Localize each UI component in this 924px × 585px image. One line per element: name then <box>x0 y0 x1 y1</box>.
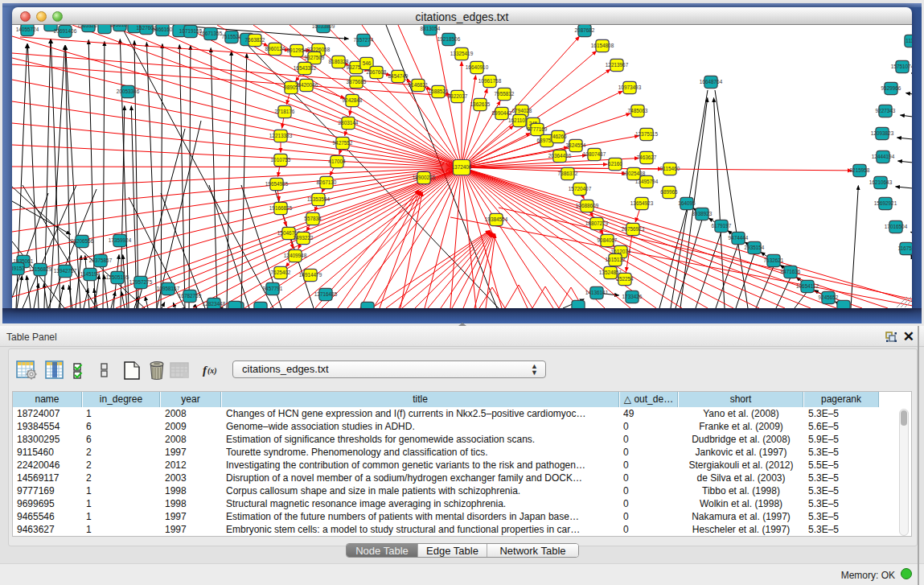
svg-text:7625402: 7625402 <box>271 270 291 275</box>
svg-text:8471636: 8471636 <box>781 269 801 274</box>
svg-text:8912954: 8912954 <box>287 47 307 53</box>
svg-text:9457791: 9457791 <box>263 286 283 291</box>
svg-text:2087682: 2087682 <box>575 27 595 33</box>
svg-text:9084067: 9084067 <box>598 237 618 243</box>
svg-text:12156829: 12156829 <box>29 266 52 272</box>
svg-text:417004: 417004 <box>328 159 346 164</box>
svg-text:12823448: 12823448 <box>203 301 226 307</box>
svg-text:9245652: 9245652 <box>819 295 839 300</box>
svg-text:18900235: 18900235 <box>413 175 436 180</box>
svg-text:7485063: 7485063 <box>628 108 648 113</box>
svg-text:15720407: 15720407 <box>569 186 592 192</box>
svg-text:7515524: 7515524 <box>222 34 242 39</box>
svg-text:10958157: 10958157 <box>157 286 180 291</box>
svg-text:3824554: 3824554 <box>566 142 586 148</box>
svg-text:10961758: 10961758 <box>478 78 502 84</box>
svg-text:1733426: 1733426 <box>622 294 643 299</box>
svg-text:11353594: 11353594 <box>307 196 330 202</box>
svg-text:2935154: 2935154 <box>745 245 765 250</box>
svg-text:16648764: 16648764 <box>700 79 723 84</box>
svg-text:1372406: 1372406 <box>452 164 472 170</box>
svg-text:116753: 116753 <box>898 245 912 251</box>
svg-text:1145194: 1145194 <box>80 271 101 277</box>
svg-text:8960124: 8960124 <box>265 46 285 51</box>
svg-text:12093823: 12093823 <box>871 130 894 136</box>
svg-text:12505195: 12505195 <box>106 274 129 280</box>
svg-text:164095: 164095 <box>678 200 696 206</box>
svg-text:9242848: 9242848 <box>343 97 363 103</box>
svg-text:8215958: 8215958 <box>850 167 870 173</box>
svg-text:62160: 62160 <box>608 161 622 167</box>
svg-text:557834: 557834 <box>304 216 322 221</box>
svg-text:16671355: 16671355 <box>199 31 223 36</box>
svg-text:7386372: 7386372 <box>558 171 578 176</box>
svg-text:16033809: 16033809 <box>312 25 335 29</box>
svg-text:9427552: 9427552 <box>333 140 353 146</box>
svg-text:15692921: 15692921 <box>874 200 897 206</box>
svg-text:8990443: 8990443 <box>492 110 512 116</box>
svg-text:26206556: 26206556 <box>71 238 94 244</box>
svg-text:6466160: 6466160 <box>153 27 173 32</box>
svg-text:9474444: 9474444 <box>729 235 749 241</box>
svg-text:15751074: 15751074 <box>891 64 912 69</box>
svg-text:14055724: 14055724 <box>16 27 39 32</box>
svg-text:252254: 252254 <box>616 276 634 282</box>
svg-text:18807279: 18807279 <box>585 220 609 226</box>
svg-text:10654112: 10654112 <box>796 283 819 289</box>
svg-text:16543382: 16543382 <box>294 65 317 71</box>
svg-text:2367608: 2367608 <box>367 69 387 75</box>
svg-text:1010755: 1010755 <box>271 157 291 163</box>
svg-text:7463627: 7463627 <box>637 154 657 160</box>
svg-text:7632621: 7632621 <box>764 257 784 263</box>
svg-text:10807487: 10807487 <box>583 151 606 157</box>
svg-text:7955812: 7955812 <box>495 91 515 97</box>
svg-text:13325419: 13325419 <box>450 51 474 56</box>
svg-text:14136141: 14136141 <box>585 290 609 295</box>
svg-text:17359924: 17359924 <box>109 237 132 243</box>
svg-text:12444194: 12444194 <box>872 154 895 159</box>
svg-text:39153: 39153 <box>12 266 25 271</box>
svg-text:9529966: 9529966 <box>881 85 901 91</box>
svg-text:23420046: 23420046 <box>295 82 318 88</box>
svg-text:8267130: 8267130 <box>317 179 337 185</box>
svg-text:20053346: 20053346 <box>117 89 140 94</box>
svg-text:20691406: 20691406 <box>54 28 77 34</box>
svg-text:19166825: 19166825 <box>269 205 293 211</box>
svg-text:9327509: 9327509 <box>305 55 325 60</box>
svg-text:8813054: 8813054 <box>421 26 441 31</box>
svg-text:20364436: 20364436 <box>548 153 572 159</box>
svg-text:8322037: 8322037 <box>448 93 468 99</box>
svg-text:19218506: 19218506 <box>437 36 461 42</box>
svg-text:19654985: 19654985 <box>265 181 289 187</box>
svg-text:689965: 689965 <box>660 189 678 195</box>
svg-text:16782759: 16782759 <box>179 293 202 299</box>
svg-text:1117: 1117 <box>906 38 912 43</box>
svg-text:8938923: 8938923 <box>692 211 713 216</box>
svg-text:10688609: 10688609 <box>576 203 599 208</box>
svg-text:3875685: 3875685 <box>347 79 367 84</box>
svg-text:10973493: 10973493 <box>618 84 642 90</box>
svg-text:6179197: 6179197 <box>712 223 732 229</box>
svg-text:12409948: 12409948 <box>284 253 307 258</box>
svg-text:7357274: 7357274 <box>354 37 374 43</box>
svg-text:12213967: 12213967 <box>606 62 629 68</box>
svg-text:2718176: 2718176 <box>275 109 295 114</box>
svg-text:16640910: 16640910 <box>466 64 489 70</box>
svg-text:6794028: 6794028 <box>512 108 532 113</box>
svg-text:20375857: 20375857 <box>89 257 113 263</box>
svg-text:9777169: 9777169 <box>528 126 548 132</box>
svg-text:12375115: 12375115 <box>635 131 658 137</box>
svg-text:13495794: 13495794 <box>635 179 659 184</box>
svg-text:2803144: 2803144 <box>339 120 359 126</box>
svg-text:10653267: 10653267 <box>77 25 101 28</box>
svg-text:13654923: 13654923 <box>630 200 654 206</box>
svg-text:19384554: 19384554 <box>485 216 508 222</box>
svg-text:16210643: 16210643 <box>869 179 893 185</box>
svg-text:(x): (x) <box>207 366 217 376</box>
svg-text:12213383: 12213383 <box>269 133 293 138</box>
svg-text:546: 546 <box>363 60 372 66</box>
svg-text:17957275: 17957275 <box>129 279 153 285</box>
svg-text:9115460: 9115460 <box>660 166 680 171</box>
svg-text:14914479: 14914479 <box>299 272 322 278</box>
svg-text:746266: 746266 <box>549 134 567 139</box>
